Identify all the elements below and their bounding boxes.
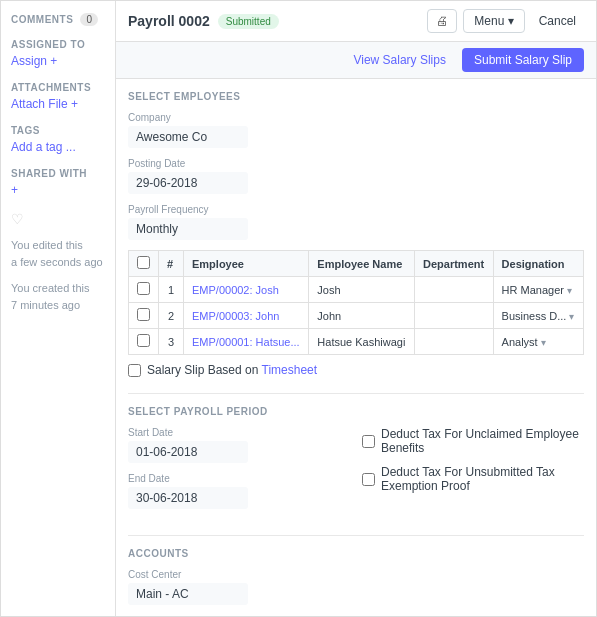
topbar-actions: 🖨 Menu ▾ Cancel [427,9,584,33]
deduct-unsubmitted-label: Deduct Tax For Unsubmitted Tax Exemption… [381,465,584,493]
page-title: Payroll 0002 [128,13,210,29]
row-2-num: 2 [159,303,184,329]
row-2-checkbox[interactable] [137,308,150,321]
cost-center-label: Cost Center [128,569,584,580]
col-header-employee: Employee [184,251,309,277]
select-employees-title: SELECT EMPLOYEES [128,91,584,102]
cancel-button[interactable]: Cancel [531,10,584,32]
tags-label: TAGS [11,125,105,136]
print-button[interactable]: 🖨 [427,9,457,33]
shared-plus-link[interactable]: + [11,183,105,197]
attach-link[interactable]: Attach File + [11,97,105,111]
accounts-title: ACCOUNTS [128,548,584,559]
content-area: SELECT EMPLOYEES Company Awesome Co Post… [116,79,596,616]
shared-with-section: SHARED WITH + [11,168,105,197]
submit-salary-slip-button[interactable]: Submit Salary Slip [462,48,584,72]
payroll-left-col: Start Date 01-06-2018 End Date 30-06-201… [128,427,350,519]
payroll-period-section: SELECT PAYROLL PERIOD Start Date 01-06-2… [128,406,584,519]
company-field: Company Awesome Co [128,112,584,148]
row-3-department [415,329,494,355]
row-1-designation: HR Manager ▾ [493,277,583,303]
row-1-employee-id[interactable]: EMP/00002: Josh [184,277,309,303]
deduct-unsubmitted-row: Deduct Tax For Unsubmitted Tax Exemption… [362,465,584,493]
sidebar: Comments 0 ASSIGNED TO Assign + ATTACHME… [1,1,116,616]
title-area: Payroll 0002 Submitted [128,13,279,29]
start-date-label: Start Date [128,427,350,438]
row-3-designation: Analyst ▾ [493,329,583,355]
edit-meta: You edited this a few seconds ago [11,237,105,270]
main-area: Payroll 0002 Submitted 🖨 Menu ▾ Cancel V… [116,1,596,616]
topbar: Payroll 0002 Submitted 🖨 Menu ▾ Cancel [116,1,596,42]
deduct-unclaimed-checkbox[interactable] [362,435,375,448]
posting-date-field: Posting Date 29-06-2018 [128,158,584,194]
payroll-period-title: SELECT PAYROLL PERIOD [128,406,584,417]
tags-section: TAGS Add a tag ... [11,125,105,154]
row-1-check[interactable] [129,277,159,303]
shared-with-label: SHARED WITH [11,168,105,179]
comments-count: 0 [80,13,98,26]
payroll-freq-value: Monthly [128,218,248,240]
start-date-value: 01-06-2018 [128,441,248,463]
payroll-right-col: Deduct Tax For Unclaimed Employee Benefi… [362,427,584,519]
view-salary-slips-button[interactable]: View Salary Slips [345,49,453,71]
deduct-unsubmitted-checkbox[interactable] [362,473,375,486]
attachments-section: ATTACHMENTS Attach File + [11,82,105,111]
end-date-label: End Date [128,473,350,484]
cost-center-field: Cost Center Main - AC [128,569,584,605]
payroll-freq-label: Payroll Frequency [128,204,584,215]
row-2-employee-name: John [309,303,415,329]
col-header-employee-name: Employee Name [309,251,415,277]
start-date-field: Start Date 01-06-2018 [128,427,350,463]
deduct-unclaimed-row: Deduct Tax For Unclaimed Employee Benefi… [362,427,584,455]
end-date-field: End Date 30-06-2018 [128,473,350,509]
row-3-employee-id[interactable]: EMP/00001: Hatsue... [184,329,309,355]
divider-1 [128,393,584,394]
posting-date-label: Posting Date [128,158,584,169]
posting-date-value: 29-06-2018 [128,172,248,194]
comments-label: Comments [11,14,73,25]
salary-slip-label: Salary Slip Based on Timesheet [147,363,317,377]
row-3-check[interactable] [129,329,159,355]
action-bar: View Salary Slips Submit Salary Slip [116,42,596,79]
assigned-to-section: ASSIGNED TO Assign + [11,39,105,68]
table-row: 3 EMP/00001: Hatsue... Hatsue Kashiwagi … [129,329,584,355]
attachments-label: ATTACHMENTS [11,82,105,93]
assign-link[interactable]: Assign + [11,54,105,68]
salary-slip-timesheet-checkbox[interactable] [128,364,141,377]
company-value: Awesome Co [128,126,248,148]
col-header-department: Department [415,251,494,277]
created-meta: You created this 7 minutes ago [11,280,105,313]
col-header-num: # [159,251,184,277]
end-date-value: 30-06-2018 [128,487,248,509]
divider-2 [128,535,584,536]
deduct-unclaimed-label: Deduct Tax For Unclaimed Employee Benefi… [381,427,584,455]
payroll-freq-field: Payroll Frequency Monthly [128,204,584,240]
status-badge: Submitted [218,14,279,29]
table-row: 2 EMP/00003: John John Business D... ▾ [129,303,584,329]
row-2-employee-id[interactable]: EMP/00003: John [184,303,309,329]
row-1-num: 1 [159,277,184,303]
row-2-department [415,303,494,329]
menu-button[interactable]: Menu ▾ [463,9,524,33]
row-2-check[interactable] [129,303,159,329]
heart-icon[interactable]: ♡ [11,211,105,227]
comments-section: Comments 0 [11,13,105,25]
menu-label: Menu ▾ [474,14,513,28]
cost-center-value: Main - AC [128,583,248,605]
accounts-section: ACCOUNTS Cost Center Main - AC [128,548,584,605]
salary-slip-timesheet-row: Salary Slip Based on Timesheet [128,363,584,377]
timesheet-link[interactable]: Timesheet [262,363,318,377]
assigned-to-label: ASSIGNED TO [11,39,105,50]
select-all-checkbox[interactable] [137,256,150,269]
row-3-employee-name: Hatsue Kashiwagi [309,329,415,355]
table-row: 1 EMP/00002: Josh Josh HR Manager ▾ [129,277,584,303]
company-label: Company [128,112,584,123]
add-tag-link[interactable]: Add a tag ... [11,140,105,154]
row-3-checkbox[interactable] [137,334,150,347]
col-header-check[interactable] [129,251,159,277]
row-1-department [415,277,494,303]
row-1-employee-name: Josh [309,277,415,303]
row-3-num: 3 [159,329,184,355]
row-1-checkbox[interactable] [137,282,150,295]
select-employees-section: SELECT EMPLOYEES Company Awesome Co Post… [128,91,584,377]
